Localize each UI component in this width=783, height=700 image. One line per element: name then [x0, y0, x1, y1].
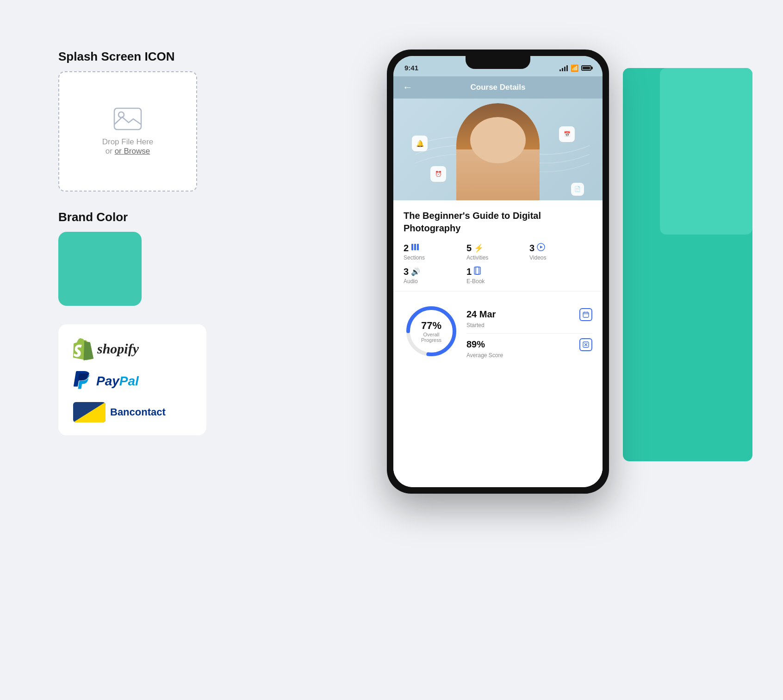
stat-sections: 2 Sections [404, 243, 466, 261]
shopify-text: shopify [97, 341, 139, 357]
teal-bg-inset [660, 68, 752, 235]
videos-icon [537, 243, 545, 253]
svg-marker-8 [540, 246, 543, 248]
left-panel: Splash Screen ICON Drop File Here or or … [58, 50, 243, 651]
doc-float-icon: 📄 [571, 183, 584, 196]
nav-bar: ← Course Details [393, 76, 603, 99]
stat-average-score: 89% Average Score [466, 334, 592, 363]
svg-rect-0 [114, 108, 141, 130]
ebook-icon [474, 266, 481, 277]
status-icons: 📶 [559, 64, 591, 72]
bancontact-logo: Bancontact [73, 402, 166, 422]
browse-link[interactable]: or Browse [115, 147, 150, 155]
calendar-stat-icon [579, 308, 592, 321]
calendar-float-icon: 📅 [559, 126, 575, 142]
drop-zone[interactable]: Drop File Here or or Browse [58, 71, 197, 192]
image-placeholder-icon [113, 107, 143, 131]
svg-rect-6 [417, 244, 419, 250]
payment-logos-card: shopify PayPal [58, 324, 206, 435]
score-icon [579, 338, 592, 351]
svg-rect-10 [476, 267, 480, 274]
stat-started: 24 Mar Started [466, 304, 592, 334]
stat-activities: 5 ⚡ Activities [466, 243, 529, 261]
face [470, 117, 526, 163]
shopify-bag-icon [73, 337, 93, 360]
audio-icon: 🔊 [411, 267, 420, 276]
paypal-text: PayPal [96, 374, 139, 389]
progress-text: 77% Overall Progress [421, 320, 441, 343]
shopify-logo: shopify [73, 337, 139, 360]
activities-icon: ⚡ [474, 243, 484, 253]
back-button[interactable]: ← [403, 81, 413, 93]
nav-title: Course Details [470, 83, 525, 92]
splash-section: Splash Screen ICON Drop File Here or or … [58, 50, 243, 192]
right-panel: 9:41 📶 [271, 50, 725, 651]
brand-color-title: Brand Color [58, 210, 243, 224]
bancontact-logo-row: Bancontact [73, 402, 192, 422]
status-time: 9:41 [404, 64, 418, 72]
signal-bars-icon [559, 65, 568, 71]
course-content: The Beginner's Guide to Digital Photogra… [393, 200, 603, 487]
phone-notch [466, 56, 530, 69]
svg-rect-13 [583, 312, 589, 317]
progress-section: 77% Overall Progress 24 Mar [404, 297, 592, 370]
svg-point-1 [118, 112, 124, 118]
phone-frame: 9:41 📶 [387, 50, 609, 494]
bancontact-text: Bancontact [110, 406, 166, 418]
course-title: The Beginner's Guide to Digital Photogra… [404, 210, 592, 235]
paypal-logo: PayPal [73, 370, 139, 393]
bell-float-icon: 🔔 [412, 136, 428, 151]
bancontact-icon [73, 402, 106, 422]
hero-area: 🔔 ⏰ 📅 📄 [393, 99, 603, 200]
splash-title: Splash Screen ICON [58, 50, 243, 64]
circular-progress: 77% Overall Progress [404, 304, 459, 359]
clock-float-icon: ⏰ [430, 166, 446, 182]
brand-color-section: Brand Color [58, 210, 243, 306]
sections-icon [411, 243, 419, 253]
stat-videos: 3 Videos [529, 243, 592, 261]
paypal-icon [73, 370, 93, 393]
svg-rect-4 [411, 244, 413, 250]
paypal-logo-row: PayPal [73, 370, 192, 393]
person-figure [456, 103, 540, 200]
main-container: Splash Screen ICON Drop File Here or or … [31, 22, 752, 679]
right-stats: 24 Mar Started 89% [466, 304, 592, 363]
stat-ebook: 1 E-Book [466, 266, 529, 285]
drop-text: Drop File Here or or Browse [102, 137, 154, 156]
battery-icon [581, 65, 591, 71]
divider [393, 291, 603, 291]
svg-rect-5 [414, 244, 416, 250]
stats-grid: 2 Sections 5 ⚡ [404, 243, 592, 285]
phone-screen: 9:41 📶 [393, 56, 603, 487]
stat-audio: 3 🔊 Audio [404, 266, 466, 285]
svg-rect-9 [474, 267, 479, 274]
wifi-icon: 📶 [571, 64, 578, 72]
shopify-logo-row: shopify [73, 337, 192, 360]
brand-color-swatch [58, 232, 142, 306]
